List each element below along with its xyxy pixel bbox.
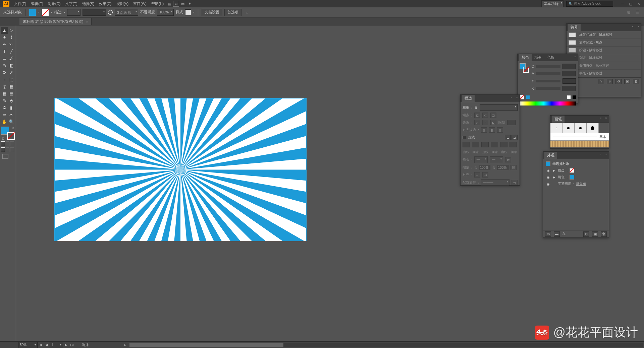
menu-window[interactable]: 窗口(W) — [131, 1, 149, 7]
magic-wand-tool[interactable]: ✦ — [1, 34, 8, 41]
swap-fill-stroke-icon[interactable]: ⤭ — [12, 127, 14, 130]
workspace-switcher[interactable]: 基本功能 — [541, 0, 564, 7]
gradient-tab[interactable]: 渐变 — [532, 54, 544, 61]
tab-close-icon[interactable]: × — [86, 20, 88, 23]
visibility-icon[interactable]: ◉ — [546, 182, 550, 186]
stroke-panel[interactable]: 描边 « ≡ 粗细:⇅ 端点:⊏⊂⊐ 边角:⌐◠◣限制 对齐描边:▯▮▯ 虚线⊏… — [460, 94, 520, 186]
symbol-new-icon[interactable]: ▣ — [624, 79, 630, 84]
arrow-end-dropdown[interactable]: — — [490, 156, 503, 163]
color-panel[interactable]: 颜色 渐变 色板 ≡ C M Y K — [517, 54, 578, 104]
gap2-input[interactable] — [491, 142, 498, 147]
symbol-options-icon[interactable]: ⚙ — [615, 79, 622, 84]
arrow-start-dropdown[interactable]: — — [474, 156, 488, 163]
rotate-tool[interactable]: ⟳ — [1, 69, 8, 76]
panel-close-icon[interactable]: × — [604, 116, 608, 120]
white-chip[interactable] — [567, 95, 571, 99]
appearance-panel[interactable]: 外观 « × 未选择对象 ◉ ▶ 描边: ◉ ▶ 填色: ◉ 不透明度: 默认值 — [543, 151, 609, 238]
cap-square-icon[interactable]: ⊐ — [490, 113, 496, 118]
menu-select[interactable]: 选择(S) — [80, 1, 97, 7]
panel-close-icon[interactable]: × — [636, 24, 640, 28]
lasso-tool[interactable]: ⌇ — [8, 34, 15, 41]
add-fill-icon[interactable]: ▬ — [554, 231, 560, 237]
opacity-dropdown[interactable]: 100% — [157, 9, 174, 16]
corner-bevel-icon[interactable]: ◣ — [490, 120, 496, 125]
gap1-input[interactable] — [472, 142, 479, 147]
next-artboard-icon[interactable]: ▶ — [63, 342, 69, 348]
dash2-input[interactable] — [481, 142, 489, 147]
gpu-icon[interactable]: ✦ — [186, 1, 193, 7]
expand-icon[interactable]: ▶ — [552, 176, 556, 179]
screen-mode-button[interactable] — [2, 154, 8, 159]
rectangle-tool[interactable]: ▭ — [1, 55, 8, 62]
curvature-tool[interactable]: 〰 — [8, 41, 15, 48]
appearance-tab[interactable]: 外观 — [544, 152, 557, 159]
toolbar-stroke-swatch[interactable] — [7, 132, 15, 140]
arrow-scale2-input[interactable] — [497, 165, 508, 170]
control-menu-icon[interactable]: ☰ — [634, 9, 641, 16]
slice-tool[interactable]: ✂ — [8, 111, 15, 118]
width-tool[interactable]: ⫞ — [1, 76, 8, 83]
zoom-level-input[interactable]: 50%▾ — [18, 342, 38, 348]
none-color-icon[interactable] — [520, 95, 524, 99]
align-center-icon[interactable]: ▯ — [481, 127, 487, 133]
window-maximize[interactable]: ▢ — [628, 1, 633, 6]
color-mode-none[interactable] — [10, 141, 14, 146]
menu-help[interactable]: 帮助(H) — [149, 1, 166, 7]
channel-c-input[interactable] — [562, 64, 576, 69]
fx-icon[interactable]: fx. — [562, 232, 566, 236]
stroke-weight-dropdown[interactable] — [67, 9, 80, 16]
var-width-icon[interactable] — [108, 10, 113, 15]
align-icon[interactable]: ⫠ — [244, 9, 250, 16]
shaper-tool[interactable]: ✎ — [1, 62, 8, 69]
current-color-chip[interactable] — [526, 95, 530, 99]
stroke-tab[interactable]: 描边 — [462, 95, 475, 102]
color-spectrum[interactable] — [520, 101, 576, 106]
horizontal-scrollbar[interactable] — [129, 343, 643, 347]
symbols-tab[interactable]: 符号 — [568, 24, 581, 31]
menu-effect[interactable]: 效果(C) — [97, 1, 113, 7]
stock-icon[interactable]: St — [173, 1, 179, 7]
profile-flip-icon[interactable]: ⇋ — [512, 180, 518, 185]
window-close[interactable]: ✕ — [636, 1, 641, 6]
preferences-button[interactable]: 首选项 — [224, 9, 241, 16]
dash-align2-icon[interactable]: ⊐ — [512, 135, 518, 140]
arrow-align2-icon[interactable]: ⇥ — [482, 172, 488, 178]
stroke-weight-input[interactable] — [480, 104, 518, 111]
artboard-tool[interactable]: ▱ — [1, 111, 8, 118]
delete-appearance-icon[interactable]: 🗑 — [601, 231, 607, 237]
add-stroke-icon[interactable]: ▭ — [545, 231, 551, 237]
clear-appearance-icon[interactable]: ⊘ — [583, 231, 589, 237]
align-inside-icon[interactable]: ▮ — [489, 127, 495, 133]
mesh-tool[interactable]: ▦ — [1, 90, 8, 97]
default-fill-stroke-icon[interactable]: ◱ — [2, 137, 4, 140]
cap-butt-icon[interactable]: ⊏ — [474, 113, 480, 118]
eyedropper-tool[interactable]: ✎ — [1, 97, 8, 104]
appearance-fill-row[interactable]: ◉ ▶ 填色: — [544, 174, 607, 181]
panel-menu-icon[interactable]: ≡ — [573, 55, 577, 59]
style-swatch[interactable] — [185, 9, 191, 15]
document-tab[interactable]: 未标题-1* @ 50% (CMYK/GPU 预览) × — [19, 18, 92, 25]
panel-collapse-icon[interactable]: « — [599, 116, 603, 120]
color-tab[interactable]: 颜色 — [519, 54, 532, 61]
channel-k-input[interactable] — [562, 86, 576, 91]
stroke-color-chip[interactable] — [570, 168, 574, 173]
channel-y-input[interactable] — [562, 78, 576, 84]
draw-normal[interactable] — [1, 147, 5, 152]
stroke-swatch[interactable] — [42, 9, 49, 16]
color-mode-gradient[interactable] — [6, 141, 10, 146]
appearance-stroke-row[interactable]: ◉ ▶ 描边: — [544, 167, 607, 174]
shape-builder-tool[interactable]: ◎ — [1, 83, 8, 90]
corner-round-icon[interactable]: ◠ — [482, 120, 488, 125]
align-outside-icon[interactable]: ▯ — [497, 127, 503, 133]
graph-tool[interactable]: ▮ — [8, 104, 15, 111]
swatches-tab[interactable]: 色板 — [544, 54, 557, 61]
selection-tool[interactable]: ▲ — [1, 27, 8, 34]
channel-m-input[interactable] — [562, 71, 576, 76]
brush-basic-row[interactable]: 基本 — [550, 133, 609, 141]
point-profile-dropdown[interactable]: 3 点圆形 — [115, 9, 138, 16]
cap-round-icon[interactable]: ⊂ — [482, 113, 488, 118]
artboard-number-input[interactable]: 1▾ — [50, 342, 63, 348]
fill-stroke-control[interactable]: ⤭ ◱ — [1, 127, 15, 140]
brush-preset[interactable] — [575, 123, 587, 133]
draw-inside[interactable] — [10, 147, 14, 152]
